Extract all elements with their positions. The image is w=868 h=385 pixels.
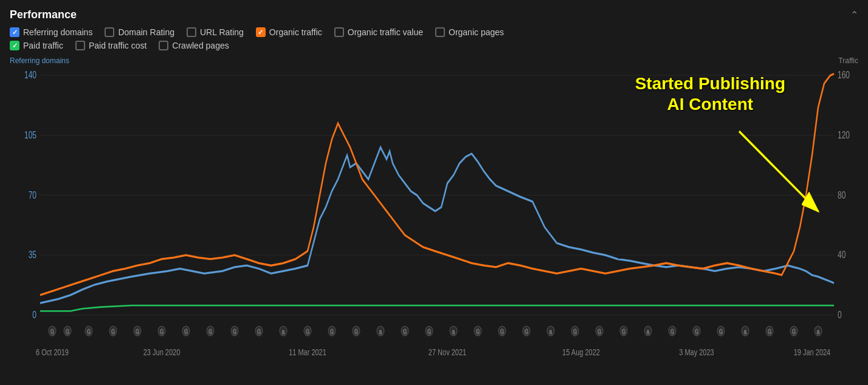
checkbox-organic-traffic[interactable]: ✓ Organic traffic [256,27,322,37]
checkbox-box-organic-traffic: ✓ [256,27,266,37]
svg-text:6 Oct 2019: 6 Oct 2019 [36,347,69,357]
svg-text:105: 105 [24,129,36,140]
svg-text:G: G [427,329,431,335]
checkbox-box-organic-pages [435,27,445,37]
checkbox-label-paid-traffic-cost: Paid traffic cost [89,41,146,50]
checkboxes-row-1: ✓ Referring domains Domain Rating URL Ra… [10,27,858,37]
chart-axis-labels: Referring domains Traffic [10,56,858,65]
svg-text:G: G [306,329,309,335]
checkbox-organic-traffic-value[interactable]: Organic traffic value [334,27,423,37]
svg-text:160: 160 [838,70,850,81]
svg-text:a: a [379,329,382,335]
svg-text:G: G [500,329,504,335]
panel-title: Performance [10,9,77,21]
svg-text:27 Nov 2021: 27 Nov 2021 [429,347,466,357]
svg-text:0: 0 [838,309,842,320]
checkbox-box-paid-traffic: ✓ [10,41,19,50]
svg-text:G: G [573,329,577,335]
svg-text:19 Jan 2024: 19 Jan 2024 [794,347,831,357]
checkbox-box-referring-domains: ✓ [10,27,19,37]
checkbox-paid-traffic-cost[interactable]: Paid traffic cost [75,41,146,50]
checkbox-label-paid-traffic: Paid traffic [23,41,63,50]
svg-text:G: G [66,329,69,335]
svg-text:G: G [622,329,625,335]
svg-text:G: G [184,329,188,335]
svg-text:23 Jun 2020: 23 Jun 2020 [143,347,181,357]
svg-text:G: G [768,329,771,335]
checkbox-label-organic-traffic-value: Organic traffic value [348,27,423,37]
chart-svg: 140 105 70 35 0 160 120 80 40 0 G G [10,67,858,379]
checkbox-url-rating[interactable]: URL Rating [187,27,244,37]
svg-text:120: 120 [838,129,850,140]
checkbox-referring-domains[interactable]: ✓ Referring domains [10,27,92,37]
svg-text:0: 0 [32,309,36,320]
svg-text:G: G [525,329,528,335]
svg-text:G: G [257,329,261,335]
svg-text:G: G [719,329,723,335]
panel-header: Performance ⌃ [10,9,858,21]
svg-text:G: G [233,329,236,335]
checkbox-label-organic-traffic: Organic traffic [269,27,322,37]
checkbox-crawled-pages[interactable]: Crawled pages [159,41,229,50]
svg-text:G: G [87,329,91,335]
svg-text:a: a [744,329,747,335]
svg-text:3 May 2023: 3 May 2023 [679,347,714,357]
svg-text:15 Aug 2022: 15 Aug 2022 [562,347,600,357]
svg-text:G: G [50,329,54,335]
checkbox-paid-traffic[interactable]: ✓ Paid traffic [10,41,63,50]
svg-text:G: G [598,329,601,335]
checkboxes-row-2: ✓ Paid traffic Paid traffic cost Crawled… [10,41,858,50]
svg-text:a: a [282,329,285,335]
left-axis-label: Referring domains [10,56,69,65]
checkbox-box-domain-rating [105,27,114,37]
svg-text:80: 80 [838,189,846,200]
checkbox-label-referring-domains: Referring domains [23,27,92,37]
checkbox-box-url-rating [187,27,196,37]
svg-text:a: a [549,329,553,335]
chevron-up-icon[interactable]: ⌃ [850,9,858,21]
checkbox-label-organic-pages: Organic pages [449,27,504,37]
performance-panel: Performance ⌃ ✓ Referring domains Domain… [0,0,868,385]
svg-text:a: a [452,329,455,335]
svg-text:40: 40 [838,250,846,261]
svg-text:G: G [792,329,796,335]
svg-text:G: G [330,329,334,335]
checkbox-organic-pages[interactable]: Organic pages [435,27,504,37]
checkbox-label-domain-rating: Domain Rating [118,27,174,37]
svg-text:G: G [670,329,674,335]
svg-text:G: G [208,329,212,335]
svg-text:70: 70 [29,189,37,200]
checkbox-label-crawled-pages: Crawled pages [172,41,229,50]
svg-text:11 Mar 2021: 11 Mar 2021 [289,347,326,357]
svg-text:a: a [817,329,820,335]
svg-text:G: G [160,329,164,335]
checkbox-label-url-rating: URL Rating [200,27,244,37]
svg-line-88 [739,131,818,211]
svg-text:G: G [111,329,115,335]
svg-text:G: G [695,329,698,335]
svg-text:140: 140 [24,70,36,81]
svg-text:a: a [647,329,650,335]
checkbox-box-paid-traffic-cost [75,41,85,50]
checkbox-box-organic-traffic-value [334,27,344,37]
svg-text:G: G [476,329,480,335]
right-axis-label: Traffic [838,56,858,65]
checkbox-domain-rating[interactable]: Domain Rating [105,27,174,37]
checkbox-box-crawled-pages [159,41,168,50]
svg-text:G: G [136,329,139,335]
svg-text:G: G [403,329,407,335]
chart-area: 140 105 70 35 0 160 120 80 40 0 G G [10,67,858,379]
svg-text:G: G [354,329,358,335]
svg-text:35: 35 [29,250,37,261]
